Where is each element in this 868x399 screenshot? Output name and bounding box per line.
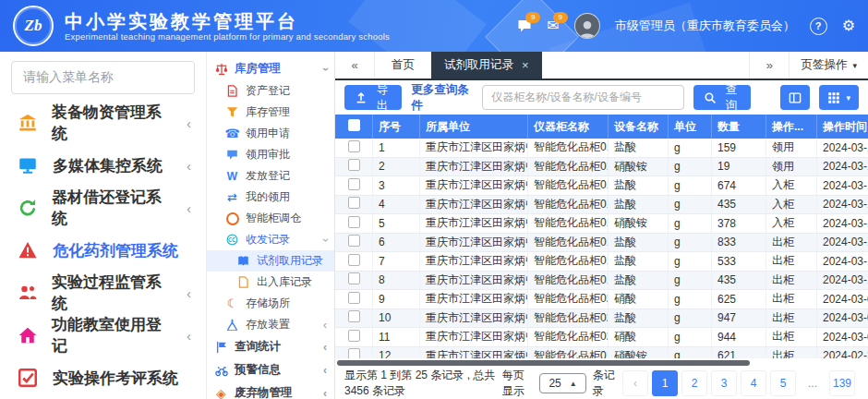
avatar[interactable]	[574, 13, 600, 39]
tab-actions-button[interactable]: 页签操作 ▾	[789, 52, 868, 79]
table-row[interactable]: 3重庆市江津区田家炳中...智能危化品柜01盐酸g674入柜2024-03-18…	[335, 176, 868, 196]
sidebar-item-5[interactable]: 功能教室使用登记‹	[0, 314, 206, 357]
row-checkbox[interactable]	[348, 310, 360, 322]
help-icon[interactable]: ?	[810, 18, 827, 35]
hand-return-icon	[17, 199, 38, 217]
submenu-item-10[interactable]: 出入库记录	[207, 272, 334, 293]
close-tab-icon[interactable]: ×	[522, 58, 529, 72]
table-row[interactable]: 10重庆市江津区田家炳中...智能危化品柜02盐酸g947出柜2024-03-0…	[335, 308, 868, 328]
page-button-1[interactable]: 1	[652, 370, 678, 396]
sidebar-item-0[interactable]: 装备物资管理系统‹	[0, 102, 206, 144]
table-row[interactable]: 9重庆市江津区田家炳中...智能危化品柜02硝酸g625出柜2024-03-07…	[335, 290, 868, 309]
export-button[interactable]: 导出	[344, 85, 402, 110]
page-size-label: 每页显示	[502, 368, 534, 399]
menu-search-input[interactable]: 请输入菜单名称	[11, 61, 195, 94]
page-button-3[interactable]: 3	[711, 370, 737, 396]
people-icon	[17, 284, 38, 302]
row-checkbox[interactable]	[348, 292, 360, 304]
table-cell: 入柜	[766, 214, 817, 234]
row-checkbox[interactable]	[348, 140, 360, 152]
horizontal-scrollbar[interactable]	[335, 358, 868, 368]
tabs-scroll-left-button[interactable]: «	[335, 52, 375, 79]
monitor-icon	[17, 156, 39, 175]
table-row[interactable]: 1重庆市江津区田家炳中...智能危化品柜01盐酸g159领用2024-03-18…	[335, 139, 868, 157]
page-button-5[interactable]: 5	[770, 370, 796, 396]
table-row[interactable]: 7重庆市江津区田家炳中...智能危化品柜01盐酸g533出柜2024-03-18…	[335, 252, 868, 272]
table-row[interactable]: 2重庆市江津区田家炳中...智能危化品柜01硝酸铵g19领用2024-03-18…	[335, 157, 868, 176]
submenu-item-4[interactable]: 领用审批	[207, 144, 334, 165]
moon-icon: ☾	[225, 296, 239, 310]
submenu-item-8[interactable]: 收发记录‹	[207, 229, 334, 250]
submenu-item-0[interactable]: 库房管理‹	[207, 57, 334, 80]
tab-actions-label: 页签操作	[801, 57, 847, 73]
table-row[interactable]: 12重庆市江津区田家炳中...智能危化品柜01硝酸铵g621出柜2024-02-…	[335, 346, 868, 358]
table-row[interactable]: 8重庆市江津区田家炳中...智能危化品柜01盐酸g435出柜2024-03-18…	[335, 271, 868, 290]
toggle-view-button[interactable]	[780, 85, 810, 110]
submenu-item-15[interactable]: ◈废弃物管理‹	[207, 381, 334, 399]
row-checkbox[interactable]	[348, 197, 360, 209]
row-checkbox[interactable]	[348, 272, 360, 284]
page-button-4[interactable]: 4	[741, 370, 766, 396]
mail-icon[interactable]: ✉9	[547, 18, 559, 33]
submenu-item-3[interactable]: ☎领用申请	[207, 123, 334, 144]
table-row[interactable]: 6重庆市江津区田家炳中...智能危化品柜01盐酸g833出柜2024-03-18…	[335, 233, 868, 252]
submenu-item-14[interactable]: 预警信息‹	[207, 358, 334, 381]
table-cell: 入柜	[766, 195, 817, 214]
sidebar-item-4[interactable]: 实验过程监管系统‹	[0, 272, 206, 314]
table-row[interactable]: 4重庆市江津区田家炳中...智能危化品柜01盐酸g435入柜2024-03-18…	[335, 195, 868, 214]
pagination-ellipsis[interactable]: ...	[800, 370, 826, 396]
record-summary: 显示第 1 到第 25 条记录 , 总共 3456 条记录	[344, 368, 496, 399]
submenu-item-11[interactable]: ☾存储场所	[207, 293, 334, 314]
submenu-item-13[interactable]: 查询统计‹	[207, 335, 334, 358]
prev-page-button[interactable]: ‹	[622, 370, 648, 396]
sidebar-item-2[interactable]: 器材借还登记系统‹	[0, 187, 206, 229]
table-cell: 11	[373, 328, 420, 347]
submenu-item-2[interactable]: 库存管理	[207, 102, 334, 123]
table-cell: 硝酸	[609, 290, 669, 309]
row-checkbox[interactable]	[348, 254, 360, 266]
columns-button[interactable]: ▾	[819, 85, 859, 110]
page-title: 中小学实验教学管理平台	[65, 11, 390, 31]
gear-icon[interactable]: ⚙	[842, 18, 855, 33]
chevron-down-icon: ‹	[323, 234, 327, 247]
row-checkbox[interactable]	[348, 159, 360, 171]
search-button[interactable]: 查询	[693, 85, 751, 110]
submenu-item-label: 智能柜调仓	[246, 211, 301, 226]
sidebar-item-3[interactable]: 危化药剂管理系统	[0, 229, 206, 272]
submenu-item-7[interactable]: 智能柜调仓	[207, 208, 334, 229]
page-size-select[interactable]: 25▲	[539, 373, 585, 393]
table-row[interactable]: 11重庆市江津区田家炳中...智能危化品柜02硝酸g944出柜2024-03-0…	[335, 328, 868, 347]
chevron-left-icon: ‹	[323, 364, 327, 377]
select-all-checkbox[interactable]	[348, 119, 360, 131]
page-button-2[interactable]: 2	[681, 370, 707, 396]
tabs-scroll-right-button[interactable]: »	[749, 52, 789, 79]
scrollbar-thumb[interactable]	[337, 360, 750, 366]
submenu-item-6[interactable]: ⇄我的领用	[207, 187, 334, 208]
table-cell: 12	[373, 346, 420, 358]
table-cell: 944	[712, 328, 766, 347]
row-checkbox[interactable]	[348, 348, 360, 358]
row-checkbox[interactable]	[348, 235, 360, 247]
table-cell: 833	[712, 233, 766, 252]
row-checkbox[interactable]	[348, 330, 360, 342]
doc-icon	[225, 85, 239, 97]
search-input[interactable]: 仪器柜名称/设备名称/设备编号	[482, 85, 683, 110]
tab-home[interactable]: 首页	[375, 52, 431, 79]
table-cell: 435	[712, 195, 766, 214]
submenu-item-9[interactable]: 试剂取用记录	[207, 250, 334, 272]
submenu-item-5[interactable]: W发放登记	[207, 165, 334, 187]
page-button-139[interactable]: 139	[829, 370, 855, 396]
tab-reagent-records[interactable]: 试剂取用记录 ×	[431, 52, 542, 79]
table-row[interactable]: 5重庆市江津区田家炳中...智能危化品柜01硝酸铵g378入柜2024-03-1…	[335, 214, 868, 234]
row-checkbox[interactable]	[348, 216, 360, 228]
submenu-item-12[interactable]: 存放装置‹	[207, 314, 334, 335]
table-cell: 2024-03-04 16:00	[817, 308, 868, 328]
more-filters-link[interactable]: 更多查询条件	[411, 82, 473, 114]
message-icon[interactable]: 9	[517, 18, 532, 33]
sidebar-item-1[interactable]: 多媒体集控系统‹	[0, 144, 206, 187]
sidebar-item-6[interactable]: 实验操作考评系统	[0, 357, 206, 399]
sidebar-item-label: 装备物资管理系统	[52, 102, 173, 144]
row-checkbox[interactable]	[348, 178, 360, 190]
message-badge: 9	[525, 12, 540, 23]
submenu-item-1[interactable]: 资产登记	[207, 80, 334, 102]
